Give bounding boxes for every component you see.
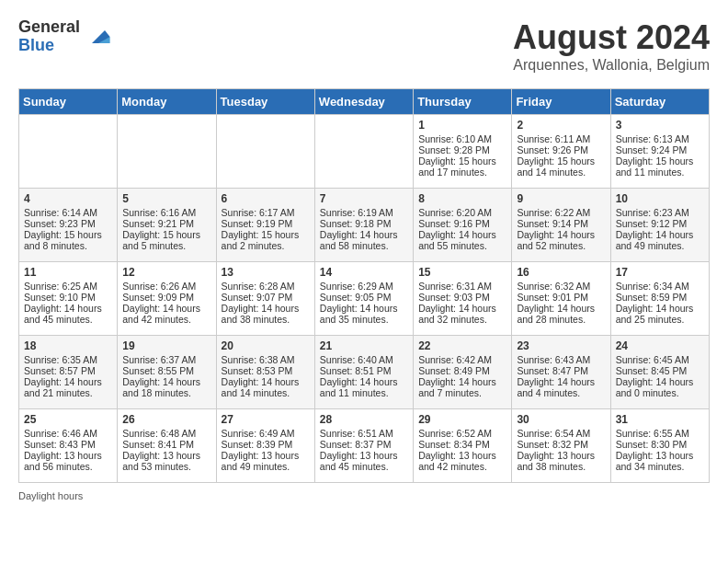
sunrise-text: Sunrise: 6:32 AM <box>517 281 590 292</box>
daylight-text: Daylight: 13 hours and 42 minutes. <box>418 450 496 472</box>
header-day-friday: Friday <box>512 89 610 115</box>
day-number: 20 <box>222 339 310 352</box>
day-number: 22 <box>418 339 506 352</box>
logo-blue: Blue <box>18 37 80 55</box>
calendar-cell: 28Sunrise: 6:51 AMSunset: 8:37 PMDayligh… <box>314 409 413 483</box>
day-number: 14 <box>320 266 408 279</box>
sunset-text: Sunset: 9:18 PM <box>320 218 392 229</box>
sunrise-text: Sunrise: 6:34 AM <box>616 281 689 292</box>
sunset-text: Sunset: 8:45 PM <box>616 365 688 376</box>
logo-general: General <box>18 18 80 37</box>
sunrise-text: Sunrise: 6:28 AM <box>222 281 295 292</box>
page-header: General Blue August 2024 Arquennes, Wall… <box>18 18 710 74</box>
sunrise-text: Sunrise: 6:40 AM <box>320 354 393 365</box>
sunset-text: Sunset: 8:53 PM <box>222 365 293 376</box>
daylight-text: Daylight: 15 hours and 11 minutes. <box>616 155 694 178</box>
sunrise-text: Sunrise: 6:35 AM <box>24 354 97 365</box>
sunrise-text: Sunrise: 6:38 AM <box>222 354 295 365</box>
calendar-cell: 23Sunrise: 6:43 AMSunset: 8:47 PMDayligh… <box>512 336 610 409</box>
day-number: 4 <box>24 192 112 205</box>
calendar-cell: 7Sunrise: 6:19 AMSunset: 9:18 PMDaylight… <box>314 189 413 262</box>
logo: General Blue <box>18 18 111 55</box>
header-day-sunday: Sunday <box>19 89 118 115</box>
sunset-text: Sunset: 8:37 PM <box>320 439 392 450</box>
calendar-cell: 21Sunrise: 6:40 AMSunset: 8:51 PMDayligh… <box>314 336 413 409</box>
calendar-cell: 27Sunrise: 6:49 AMSunset: 8:39 PMDayligh… <box>216 409 314 483</box>
sunrise-text: Sunrise: 6:55 AM <box>616 428 689 439</box>
daylight-text: Daylight: 14 hours and 18 minutes. <box>122 376 200 398</box>
sunrise-text: Sunrise: 6:22 AM <box>517 207 590 218</box>
day-number: 17 <box>616 266 704 279</box>
sunset-text: Sunset: 9:09 PM <box>122 292 194 303</box>
calendar-cell: 3Sunrise: 6:13 AMSunset: 9:24 PMDaylight… <box>610 115 709 189</box>
daylight-text: Daylight: 14 hours and 35 minutes. <box>320 303 398 325</box>
sunrise-text: Sunrise: 6:42 AM <box>418 354 492 365</box>
daylight-text: Daylight: 15 hours and 5 minutes. <box>122 229 200 251</box>
sunset-text: Sunset: 9:07 PM <box>222 292 293 303</box>
sunrise-text: Sunrise: 6:43 AM <box>517 354 590 365</box>
calendar-cell <box>19 115 118 189</box>
sunset-text: Sunset: 9:21 PM <box>122 218 194 229</box>
daylight-text: Daylight: 14 hours and 21 minutes. <box>24 376 102 398</box>
sunset-text: Sunset: 8:47 PM <box>517 365 588 376</box>
daylight-text: Daylight: 14 hours and 28 minutes. <box>517 303 595 325</box>
daylight-text: Daylight: 14 hours and 52 minutes. <box>517 229 595 251</box>
sunrise-text: Sunrise: 6:23 AM <box>616 207 689 218</box>
daylight-text: Daylight: 14 hours and 14 minutes. <box>222 376 300 398</box>
sunset-text: Sunset: 9:01 PM <box>517 292 588 303</box>
sunset-text: Sunset: 9:05 PM <box>320 292 392 303</box>
daylight-text: Daylight: 15 hours and 17 minutes. <box>418 155 496 178</box>
daylight-text: Daylight: 14 hours and 38 minutes. <box>222 303 300 325</box>
day-number: 24 <box>616 339 704 352</box>
daylight-text: Daylight: 14 hours and 11 minutes. <box>320 376 398 398</box>
sunset-text: Sunset: 8:34 PM <box>418 439 490 450</box>
location-subtitle: Arquennes, Wallonia, Belgium <box>513 57 710 74</box>
calendar-cell: 11Sunrise: 6:25 AMSunset: 9:10 PMDayligh… <box>19 262 118 336</box>
sunrise-text: Sunrise: 6:10 AM <box>418 133 492 144</box>
day-number: 1 <box>418 119 506 132</box>
calendar-cell: 20Sunrise: 6:38 AMSunset: 8:53 PMDayligh… <box>216 336 314 409</box>
day-number: 25 <box>24 413 112 426</box>
day-number: 3 <box>616 119 704 132</box>
calendar-cell: 6Sunrise: 6:17 AMSunset: 9:19 PMDaylight… <box>216 189 314 262</box>
header-row: SundayMondayTuesdayWednesdayThursdayFrid… <box>19 89 710 115</box>
calendar-cell: 16Sunrise: 6:32 AMSunset: 9:01 PMDayligh… <box>512 262 610 336</box>
calendar-cell: 8Sunrise: 6:20 AMSunset: 9:16 PMDaylight… <box>414 189 512 262</box>
sunset-text: Sunset: 8:43 PM <box>24 439 96 450</box>
daylight-text: Daylight: 15 hours and 14 minutes. <box>517 155 595 178</box>
calendar-cell: 26Sunrise: 6:48 AMSunset: 8:41 PMDayligh… <box>118 409 216 483</box>
sunset-text: Sunset: 9:12 PM <box>616 218 688 229</box>
calendar-cell: 17Sunrise: 6:34 AMSunset: 8:59 PMDayligh… <box>610 262 709 336</box>
calendar-cell: 9Sunrise: 6:22 AMSunset: 9:14 PMDaylight… <box>512 189 610 262</box>
sunrise-text: Sunrise: 6:48 AM <box>122 428 196 439</box>
day-number: 2 <box>517 119 605 132</box>
daylight-text: Daylight: 13 hours and 34 minutes. <box>616 450 694 472</box>
daylight-text: Daylight: 14 hours and 0 minutes. <box>616 376 694 398</box>
sunrise-text: Sunrise: 6:29 AM <box>320 281 393 292</box>
sunset-text: Sunset: 9:19 PM <box>222 218 293 229</box>
week-row-5: 25Sunrise: 6:46 AMSunset: 8:43 PMDayligh… <box>19 409 710 483</box>
sunset-text: Sunset: 8:51 PM <box>320 365 392 376</box>
daylight-text: Daylight: 14 hours and 45 minutes. <box>24 303 102 325</box>
daylight-text: Daylight: 13 hours and 38 minutes. <box>517 450 595 472</box>
header-day-monday: Monday <box>118 89 216 115</box>
calendar-cell: 25Sunrise: 6:46 AMSunset: 8:43 PMDayligh… <box>19 409 118 483</box>
calendar-cell: 31Sunrise: 6:55 AMSunset: 8:30 PMDayligh… <box>610 409 709 483</box>
daylight-text: Daylight: 14 hours and 7 minutes. <box>418 376 496 398</box>
sunrise-text: Sunrise: 6:16 AM <box>122 207 196 218</box>
day-number: 13 <box>222 266 310 279</box>
sunset-text: Sunset: 9:23 PM <box>24 218 96 229</box>
sunrise-text: Sunrise: 6:20 AM <box>418 207 492 218</box>
sunset-text: Sunset: 8:39 PM <box>222 439 293 450</box>
daylight-text: Daylight: 15 hours and 8 minutes. <box>24 229 102 251</box>
logo-icon <box>85 24 111 50</box>
daylight-text: Daylight: 15 hours and 2 minutes. <box>222 229 300 251</box>
sunset-text: Sunset: 9:28 PM <box>418 144 490 155</box>
calendar-cell: 19Sunrise: 6:37 AMSunset: 8:55 PMDayligh… <box>118 336 216 409</box>
sunrise-text: Sunrise: 6:31 AM <box>418 281 492 292</box>
calendar-cell: 12Sunrise: 6:26 AMSunset: 9:09 PMDayligh… <box>118 262 216 336</box>
day-number: 5 <box>122 192 210 205</box>
calendar-cell <box>314 115 413 189</box>
day-number: 7 <box>320 192 408 205</box>
sunrise-text: Sunrise: 6:17 AM <box>222 207 295 218</box>
